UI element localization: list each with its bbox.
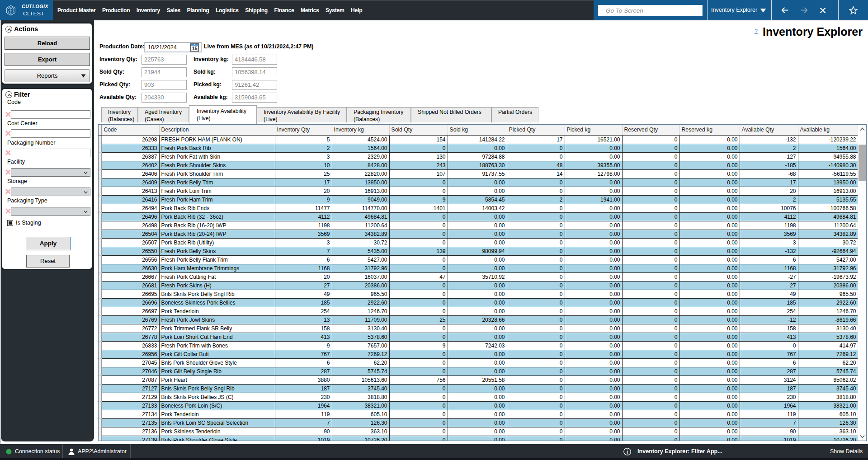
svg-text:15: 15 <box>192 46 197 51</box>
